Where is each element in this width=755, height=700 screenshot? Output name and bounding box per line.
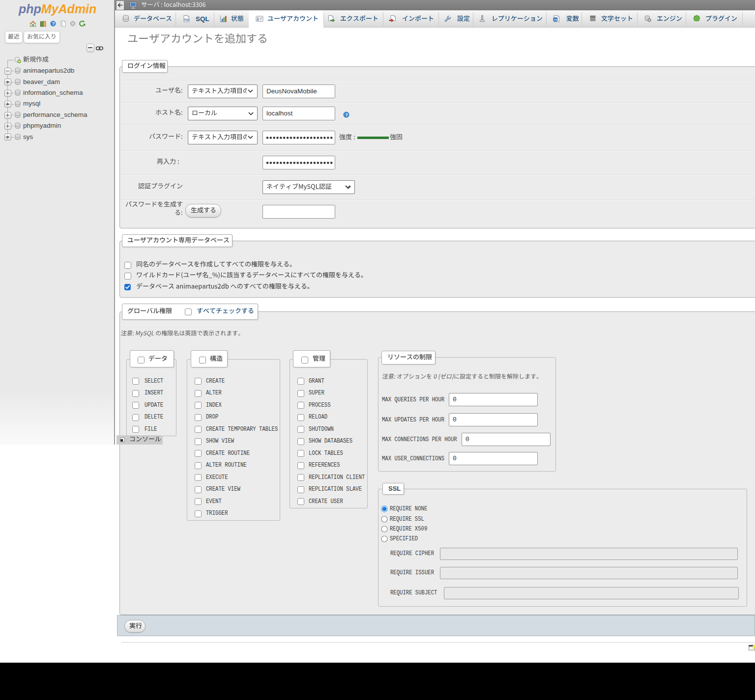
- svg-text:?: ?: [345, 112, 348, 117]
- svg-text:SQL: SQL: [184, 18, 190, 21]
- svg-text:?: ?: [52, 21, 55, 26]
- svg-text:<>: <>: [554, 18, 558, 21]
